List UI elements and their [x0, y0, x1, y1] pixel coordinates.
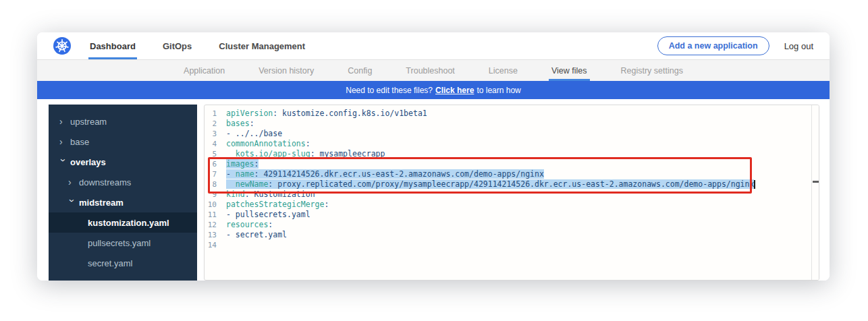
line-number: 6 [205, 159, 226, 169]
editor-line-3[interactable]: 3- ../../base [205, 129, 819, 139]
editor-line-9[interactable]: 9kind: Kustomization [205, 189, 819, 200]
line-code: commonAnnotations: [226, 139, 310, 149]
banner-text-after: to learn how [477, 86, 520, 95]
line-number: 1 [205, 109, 226, 119]
selected-text: newName: proxy.replicated.com/proxy/mysa… [226, 179, 754, 189]
line-code: newName: proxy.replicated.com/proxy/mysa… [226, 179, 755, 189]
banner-text-before: Need to edit these files? [346, 86, 433, 95]
top-nav: DashboardGitOpsCluster Management Add a … [37, 32, 830, 59]
line-code: kots.io/app-slug: mysampleecrapp [226, 149, 385, 159]
editor-line-5[interactable]: 5 kots.io/app-slug: mysampleecrapp [205, 149, 819, 159]
tree-item-label: base [70, 137, 89, 147]
chevron-down-icon: › [67, 199, 77, 207]
scrollbar-cursor-marker [813, 181, 819, 183]
banner-click-here-link[interactable]: Click here [435, 86, 474, 95]
editor-line-7[interactable]: 7- name: 429114214526.dkr.ecr.us-east-2.… [205, 169, 819, 179]
editor-line-2[interactable]: 2bases: [205, 119, 819, 129]
tree-folder-base[interactable]: ›base [49, 132, 197, 152]
line-number: 5 [205, 149, 226, 159]
chevron-right-icon: › [59, 117, 67, 126]
tree-folder-downstreams[interactable]: ›downstreams [49, 172, 197, 192]
tab-license[interactable]: License [486, 60, 520, 81]
line-number: 10 [205, 200, 226, 210]
line-number: 4 [205, 139, 226, 149]
edit-files-banner: Need to edit these files? Click here to … [37, 81, 830, 99]
add-application-button[interactable]: Add a new application [657, 36, 769, 55]
line-code: apiVersion: kustomize.config.k8s.io/v1be… [226, 109, 427, 119]
line-number: 12 [205, 220, 226, 230]
chevron-right-icon: › [68, 177, 76, 187]
tab-registry-settings[interactable]: Registry settings [618, 60, 686, 81]
selected-text: - name: 429114214526.dkr.ecr.us-east-2.a… [226, 169, 544, 179]
editor-line-8[interactable]: 8 newName: proxy.replicated.com/proxy/my… [205, 179, 819, 189]
selected-text: images: [226, 159, 259, 169]
page: DashboardGitOpsCluster Management Add a … [0, 0, 868, 321]
line-number: 8 [205, 179, 226, 189]
tree-item-label: kustomization.yaml [88, 218, 169, 228]
tab-version-history[interactable]: Version history [256, 60, 317, 81]
tree-item-label: pullsecrets.yaml [88, 238, 151, 248]
editor-line-12[interactable]: 12resources: [205, 220, 819, 230]
editor-line-13[interactable]: 13- secret.yaml [205, 230, 819, 240]
top-nav-cluster-management[interactable]: Cluster Management [217, 32, 306, 59]
tab-troubleshoot[interactable]: Troubleshoot [403, 60, 458, 81]
line-number: 11 [205, 210, 226, 220]
tab-view-files[interactable]: View files [549, 60, 590, 81]
line-number: 2 [205, 119, 226, 129]
editor-lines: 1apiVersion: kustomize.config.k8s.io/v1b… [205, 109, 819, 250]
line-code: - pullsecrets.yaml [226, 210, 310, 220]
line-code: bases: [226, 119, 254, 129]
text-cursor [754, 180, 755, 189]
logout-link[interactable]: Log out [784, 41, 813, 51]
editor-line-1[interactable]: 1apiVersion: kustomize.config.k8s.io/v1b… [205, 109, 819, 119]
tree-folder-midstream[interactable]: ›midstream [49, 192, 197, 212]
line-code: - ../../base [226, 129, 282, 139]
editor-scrollbar[interactable] [811, 105, 819, 280]
tree-folder-overlays[interactable]: ›overlays [49, 152, 197, 172]
top-nav-dashboard[interactable]: Dashboard [88, 32, 137, 59]
tree-item-label: secret.yaml [88, 258, 132, 268]
line-code: patchesStrategicMerge: [226, 200, 329, 210]
chevron-right-icon: › [59, 137, 67, 146]
line-number: 3 [205, 129, 226, 139]
line-code: - name: 429114214526.dkr.ecr.us-east-2.a… [226, 169, 544, 179]
tree-item-label: overlays [70, 157, 106, 167]
tree-folder-upstream[interactable]: ›upstream [49, 111, 197, 132]
kubernetes-logo-icon [53, 37, 71, 55]
tab-config[interactable]: Config [345, 60, 375, 81]
tree-file-kustomization-yaml[interactable]: kustomization.yaml [49, 212, 197, 233]
editor-line-6[interactable]: 6images: [205, 159, 819, 169]
line-code: kind: Kustomization [226, 189, 315, 200]
line-code: resources: [226, 220, 273, 230]
line-number: 7 [205, 169, 226, 179]
tree-file-pullsecrets-yaml[interactable]: pullsecrets.yaml [49, 233, 197, 253]
line-code: - secret.yaml [226, 230, 287, 240]
editor-line-4[interactable]: 4commonAnnotations: [205, 139, 819, 149]
top-nav-items: DashboardGitOpsCluster Management [88, 32, 331, 59]
yaml-editor[interactable]: 1apiVersion: kustomize.config.k8s.io/v1b… [204, 105, 819, 281]
app-tab-bar: ApplicationVersion historyConfigTroubles… [37, 59, 830, 81]
editor-line-11[interactable]: 11- pullsecrets.yaml [205, 210, 819, 220]
tree-item-label: upstream [70, 117, 107, 127]
admin-console-window: DashboardGitOpsCluster Management Add a … [37, 32, 830, 281]
line-number: 9 [205, 189, 226, 200]
line-number: 14 [205, 240, 226, 250]
editor-line-10[interactable]: 10patchesStrategicMerge: [205, 200, 819, 210]
top-nav-gitops[interactable]: GitOps [161, 32, 193, 59]
top-nav-right: Add a new application Log out [657, 36, 813, 55]
tree-item-label: midstream [79, 198, 124, 208]
tab-application[interactable]: Application [181, 60, 227, 81]
line-number: 13 [205, 230, 226, 240]
editor-line-14[interactable]: 14 [205, 240, 819, 250]
view-files-content: ›upstream›base›overlays›downstreams›mids… [37, 99, 830, 281]
tree-file-secret-yaml[interactable]: secret.yaml [49, 253, 197, 273]
chevron-down-icon: › [59, 158, 68, 167]
line-code: images: [226, 159, 259, 169]
tree-item-label: downstreams [79, 177, 131, 187]
file-tree-sidebar: ›upstream›base›overlays›downstreams›mids… [49, 105, 197, 281]
